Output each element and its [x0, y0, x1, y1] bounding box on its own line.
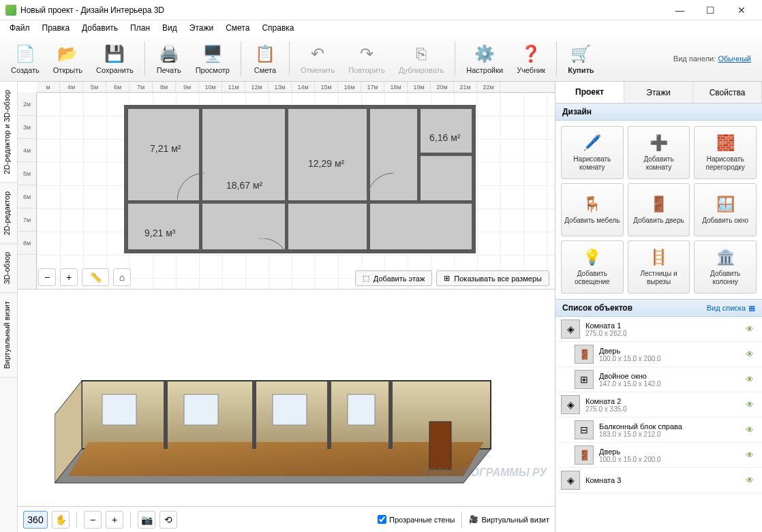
cell-icon: ➕ [649, 134, 668, 153]
zoom-out-3d[interactable]: − [84, 511, 102, 529]
minimize-button[interactable]: — [665, 1, 695, 20]
design-cell[interactable]: 🧱Нарисовать перегородку [694, 126, 757, 179]
save-button[interactable]: 💾Сохранить [89, 40, 140, 77]
list-item[interactable]: ◈Комната 1275.0 x 262.0👁 [555, 317, 762, 342]
item-name: Дверь [599, 448, 740, 456]
pan-button[interactable]: ✋ [52, 511, 70, 529]
preview-button[interactable]: 🖥️Просмотр [189, 40, 237, 77]
eye-icon[interactable]: 👁 [746, 349, 757, 359]
create-button[interactable]: 📄Создать [4, 40, 46, 77]
menubar: Файл Правка Добавить План Вид Этажи Смет… [0, 20, 762, 35]
list-item[interactable]: 🚪Дверь100.0 x 15.0 x 200.0👁 [555, 443, 762, 468]
titlebar: Новый проект - Дизайн Интерьера 3D — ☐ ✕ [0, 0, 762, 20]
duplicate-icon: ⎘ [410, 43, 432, 65]
room-2-label: 18,67 м² [226, 180, 262, 191]
canvas-2d[interactable]: 7,21 м² 18,67 м² 12,29 м² 6,16 м² 9,21 м… [37, 93, 555, 289]
eye-icon[interactable]: 👁 [746, 475, 757, 485]
tab-virtual[interactable]: Виртуальный визит [0, 293, 17, 378]
list-item[interactable]: ◈Комната 2275.0 x 335.0👁 [555, 392, 762, 418]
measure-button[interactable]: 📏 [82, 268, 109, 286]
svg-rect-3 [164, 381, 168, 449]
menu-floors[interactable]: Этажи [184, 22, 219, 34]
cell-label: Добавить освещение [564, 270, 620, 286]
cell-icon: 🪟 [716, 195, 735, 214]
side-tabs: 2D-редактор и 3D-обзор 2D-редактор 3D-об… [0, 82, 18, 532]
design-cell[interactable]: 🖊️Нарисовать комнату [561, 126, 624, 179]
menu-file[interactable]: Файл [4, 22, 35, 34]
view-2d[interactable]: м4м5м6м7м8м9м10м11м12м13м14м15м16м17м18м… [18, 82, 555, 290]
printer-icon: 🖨️ [158, 43, 180, 65]
close-button[interactable]: ✕ [726, 1, 757, 20]
render-3d[interactable] [55, 299, 518, 497]
list-item[interactable]: ⊞Двойное окно147.0 x 15.0 x 142.0👁 [555, 367, 762, 392]
design-cell[interactable]: 💡Добавить освещение [561, 240, 624, 294]
item-dims: 275.0 x 335.0 [585, 405, 740, 413]
menu-view[interactable]: Вид [157, 22, 183, 34]
rotate-360-button[interactable]: 360 [23, 511, 48, 529]
layers-icon: ⬚ [363, 274, 369, 283]
menu-edit[interactable]: Правка [37, 22, 76, 34]
view-3d[interactable]: ТВОИ ПРОГРАММЫ РУ [18, 290, 555, 506]
zoom-out-2d[interactable]: − [38, 268, 56, 286]
redo-icon: ↷ [356, 43, 378, 65]
svg-rect-9 [273, 394, 307, 425]
zoom-in-2d[interactable]: + [60, 268, 78, 286]
notepad-icon: 📋 [254, 43, 276, 65]
tab-2d-3d[interactable]: 2D-редактор и 3D-обзор [0, 82, 17, 183]
view-list-link[interactable]: Вид списка ▦ [707, 304, 755, 313]
cell-icon: 🚪 [649, 195, 668, 214]
menu-add[interactable]: Добавить [76, 22, 123, 34]
virtual-visit-button[interactable]: 🎥 Виртуальный визит [469, 515, 549, 524]
show-dims-button[interactable]: ⊞Показывать все размеры [436, 270, 549, 286]
design-cell[interactable]: 🚪Добавить дверь [628, 183, 690, 236]
design-cell[interactable]: 🪑Добавить мебель [561, 183, 624, 236]
reset-view-button[interactable]: ⟲ [159, 511, 177, 529]
tab-floors[interactable]: Этажи [624, 82, 693, 103]
item-thumb: ◈ [561, 319, 580, 339]
eye-icon[interactable]: 👁 [746, 400, 757, 409]
design-cell[interactable]: ➕Добавить комнату [628, 126, 690, 179]
svg-rect-4 [252, 381, 256, 449]
duplicate-button[interactable]: ⎘Дублировать [392, 40, 451, 77]
cell-icon: 🖊️ [583, 134, 602, 153]
room-4-label: 6,16 м² [429, 132, 460, 143]
open-button[interactable]: 📂Открыть [46, 40, 89, 77]
design-cell[interactable]: 🪟Добавить окно [694, 183, 757, 236]
maximize-button[interactable]: ☐ [695, 1, 726, 20]
redo-button[interactable]: ↷Повторить [341, 40, 392, 77]
home-button[interactable]: ⌂ [113, 268, 131, 286]
cell-icon: 🏛️ [716, 248, 735, 267]
list-item[interactable]: ⊟Балконный блок справа183.0 x 15.0 x 212… [555, 418, 762, 443]
object-list[interactable]: ◈Комната 1275.0 x 262.0👁🚪Дверь100.0 x 15… [555, 317, 762, 532]
eye-icon[interactable]: 👁 [746, 450, 757, 460]
menu-help[interactable]: Справка [256, 22, 299, 34]
design-cell[interactable]: 🪜Лестницы и вырезы [628, 240, 690, 294]
list-item[interactable]: 🚪Дверь100.0 x 15.0 x 200.0👁 [555, 342, 762, 367]
panel-mode-link[interactable]: Обычный [718, 54, 751, 63]
list-item[interactable]: ◈Комната 3👁 [555, 468, 762, 493]
eye-icon[interactable]: 👁 [746, 375, 757, 384]
menu-estimate[interactable]: Смета [220, 22, 255, 34]
tab-3d[interactable]: 3D-обзор [0, 244, 17, 293]
settings-button[interactable]: ⚙️Настройки [459, 40, 510, 77]
menu-plan[interactable]: План [125, 22, 155, 34]
tab-2d[interactable]: 2D-редактор [0, 183, 17, 244]
manual-button[interactable]: ❓Учебник [510, 40, 552, 77]
print-button[interactable]: 🖨️Печать [149, 40, 189, 77]
camera-button[interactable]: 📷 [138, 511, 155, 529]
eye-icon[interactable]: 👁 [746, 324, 757, 334]
transparent-walls-checkbox[interactable]: Прозрачные стены [378, 515, 455, 524]
eye-icon[interactable]: 👁 [746, 425, 757, 435]
estimate-button[interactable]: 📋Смета [245, 40, 285, 77]
add-floor-button[interactable]: ⬚Добавить этаж [355, 270, 432, 286]
tab-project[interactable]: Проект [555, 82, 624, 103]
undo-button[interactable]: ↶Отменить [294, 40, 341, 77]
zoom-in-3d[interactable]: + [106, 511, 123, 529]
item-name: Комната 1 [585, 322, 740, 330]
buy-button[interactable]: 🛒Купить [561, 40, 600, 77]
window-title: Новый проект - Дизайн Интерьера 3D [20, 5, 665, 15]
design-cell[interactable]: 🏛️Добавить колонну [694, 240, 757, 294]
floppy-icon: 💾 [104, 43, 125, 65]
tab-properties[interactable]: Свойства [693, 82, 762, 103]
floorplan[interactable]: 7,21 м² 18,67 м² 12,29 м² 6,16 м² 9,21 м… [124, 105, 476, 253]
